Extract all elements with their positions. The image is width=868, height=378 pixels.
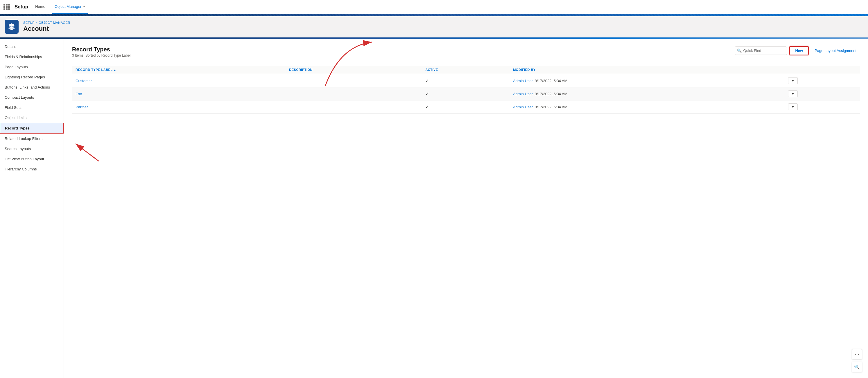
main-layout: Details Fields & Relationships Page Layo… bbox=[0, 39, 868, 378]
more-options-icon[interactable]: ⋯ bbox=[852, 349, 862, 359]
row-actions-dropdown-1[interactable]: ▼ bbox=[788, 90, 798, 97]
table-row: Partner ✓ Admin User, 8/17/2022, 5:34 AM… bbox=[72, 100, 860, 114]
sidebar: Details Fields & Relationships Page Layo… bbox=[0, 39, 64, 378]
page-layout-assignment-link[interactable]: Page Layout Assignment bbox=[811, 47, 860, 55]
page-header: SETUP > OBJECT MANAGER Account bbox=[0, 16, 868, 37]
record-type-label-cell: Partner bbox=[72, 100, 285, 114]
nav-home[interactable]: Home bbox=[33, 0, 48, 14]
modified-by-cell-0: Admin User, 8/17/2022, 5:34 AM bbox=[509, 74, 784, 87]
page-title: Account bbox=[23, 25, 70, 33]
record-types-table: RECORD TYPE LABEL DESCRIPTION ACTIVE MOD… bbox=[72, 66, 860, 114]
active-cell-2: ✓ bbox=[422, 100, 509, 114]
main-content: Record Types 3 Items, Sorted by Record T… bbox=[64, 39, 868, 378]
sidebar-item-page-layouts[interactable]: Page Layouts bbox=[0, 62, 64, 72]
active-cell-1: ✓ bbox=[422, 87, 509, 100]
table-row: Foo ✓ Admin User, 8/17/2022, 5:34 AM ▼ bbox=[72, 87, 860, 100]
sidebar-item-compact-layouts[interactable]: Compact Layouts bbox=[0, 92, 64, 102]
actions-cell-0: ▼ bbox=[785, 74, 860, 87]
record-type-link-partner[interactable]: Partner bbox=[75, 105, 88, 109]
quick-find-input[interactable] bbox=[735, 46, 787, 55]
layers-icon bbox=[7, 23, 16, 31]
section-subtitle: 3 Items, Sorted by Record Type Label bbox=[72, 54, 130, 58]
actions-cell-1: ▼ bbox=[785, 87, 860, 100]
sidebar-item-hierarchy-columns[interactable]: Hierarchy Columns bbox=[0, 164, 64, 174]
breadcrumb-object-manager[interactable]: OBJECT MANAGER bbox=[39, 21, 70, 24]
description-cell-0 bbox=[285, 74, 422, 87]
sidebar-item-search-layouts[interactable]: Search Layouts bbox=[0, 144, 64, 154]
svg-rect-1 bbox=[9, 26, 14, 27]
app-launcher-icon[interactable] bbox=[3, 4, 10, 10]
object-icon bbox=[5, 20, 19, 34]
svg-rect-2 bbox=[9, 27, 14, 28]
app-name: Setup bbox=[14, 4, 28, 10]
record-type-link-foo[interactable]: Foo bbox=[75, 92, 82, 96]
section-header: Record Types 3 Items, Sorted by Record T… bbox=[72, 46, 130, 62]
sidebar-item-record-types[interactable]: Record Types bbox=[0, 123, 64, 133]
sidebar-item-list-view-button-layout[interactable]: List View Button Layout bbox=[0, 154, 64, 164]
nav-object-manager[interactable]: Object Manager ▼ bbox=[52, 0, 88, 14]
modified-by-cell-2: Admin User, 8/17/2022, 5:34 AM bbox=[509, 100, 784, 114]
section-title: Record Types bbox=[72, 46, 130, 53]
modified-by-cell-1: Admin User, 8/17/2022, 5:34 AM bbox=[509, 87, 784, 100]
breadcrumb-setup[interactable]: SETUP bbox=[23, 21, 35, 24]
search-corner-icon[interactable]: 🔍 bbox=[852, 362, 862, 372]
row-actions-dropdown-0[interactable]: ▼ bbox=[788, 77, 798, 84]
modified-date-0: 8/17/2022, 5:34 AM bbox=[535, 79, 568, 83]
col-active: ACTIVE bbox=[422, 66, 509, 74]
sidebar-item-fields-relationships[interactable]: Fields & Relationships bbox=[0, 52, 64, 62]
sidebar-item-lightning-record-pages[interactable]: Lightning Record Pages bbox=[0, 72, 64, 82]
col-modified-by: MODIFIED BY bbox=[509, 66, 784, 74]
description-cell-2 bbox=[285, 100, 422, 114]
corner-icons: ⋯ 🔍 bbox=[852, 349, 862, 372]
active-cell-0: ✓ bbox=[422, 74, 509, 87]
table-header-row: RECORD TYPE LABEL DESCRIPTION ACTIVE MOD… bbox=[72, 66, 860, 74]
col-actions bbox=[785, 66, 860, 74]
new-button[interactable]: New bbox=[789, 46, 809, 55]
chevron-down-icon: ▼ bbox=[83, 5, 85, 8]
description-cell-1 bbox=[285, 87, 422, 100]
search-icon: 🔍 bbox=[737, 49, 742, 53]
col-description: DESCRIPTION bbox=[285, 66, 422, 74]
col-record-type-label[interactable]: RECORD TYPE LABEL bbox=[72, 66, 285, 74]
sidebar-item-details[interactable]: Details bbox=[0, 41, 64, 52]
record-type-label-cell: Foo bbox=[72, 87, 285, 100]
decoration-bar-top bbox=[0, 14, 868, 16]
active-checkmark: ✓ bbox=[425, 78, 429, 83]
breadcrumb: SETUP > OBJECT MANAGER bbox=[23, 21, 70, 24]
sidebar-item-buttons-links-actions[interactable]: Buttons, Links, and Actions bbox=[0, 82, 64, 92]
svg-rect-0 bbox=[9, 25, 14, 26]
active-checkmark: ✓ bbox=[425, 104, 429, 109]
table-row: Customer ✓ Admin User, 8/17/2022, 5:34 A… bbox=[72, 74, 860, 87]
modified-user-link-1[interactable]: Admin User bbox=[513, 92, 532, 96]
sidebar-item-field-sets[interactable]: Field Sets bbox=[0, 102, 64, 113]
modified-date-2: 8/17/2022, 5:34 AM bbox=[535, 105, 568, 109]
actions-cell-2: ▼ bbox=[785, 100, 860, 114]
modified-user-link-0[interactable]: Admin User bbox=[513, 79, 532, 83]
record-type-label-cell: Customer bbox=[72, 74, 285, 87]
top-navigation: Setup Home Object Manager ▼ bbox=[0, 0, 868, 14]
row-actions-dropdown-2[interactable]: ▼ bbox=[788, 103, 798, 110]
toolbar: 🔍 New Page Layout Assignment bbox=[735, 46, 860, 55]
active-checkmark: ✓ bbox=[425, 91, 429, 96]
sidebar-item-object-limits[interactable]: Object Limits bbox=[0, 113, 64, 123]
sidebar-item-related-lookup-filters[interactable]: Related Lookup Filters bbox=[0, 133, 64, 144]
modified-date-1: 8/17/2022, 5:34 AM bbox=[535, 92, 568, 96]
quick-find-wrapper: 🔍 bbox=[735, 46, 787, 55]
modified-user-link-2[interactable]: Admin User bbox=[513, 105, 532, 109]
header-text: SETUP > OBJECT MANAGER Account bbox=[23, 21, 70, 33]
record-type-link-customer[interactable]: Customer bbox=[75, 79, 92, 83]
